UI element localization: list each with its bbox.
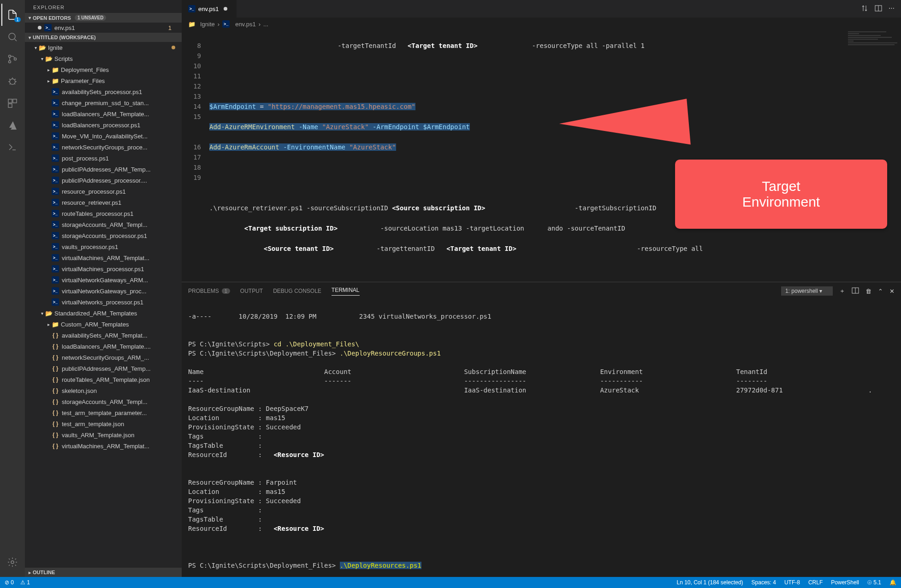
tree-row[interactable]: >_networkSecurityGroups_proce...	[25, 142, 182, 153]
tree-row[interactable]: >_change_premium_ssd_to_stan...	[25, 97, 182, 108]
status-eol[interactable]: CRLF	[808, 579, 823, 586]
tree-row[interactable]: ▾📂Ignite	[25, 42, 182, 53]
tree-label: storageAccounts_ARM_Templ...	[62, 398, 148, 405]
status-extension[interactable]: ⦾ 5.1	[867, 579, 881, 586]
tree-row[interactable]: >_storageAccounts_ARM_Templ...	[25, 219, 182, 230]
tree-row[interactable]: >_post_process.ps1	[25, 153, 182, 164]
folder-icon: 📁	[52, 66, 59, 73]
tree-row[interactable]: { }virtualMachines_ARM_Templat...	[25, 440, 182, 451]
tab-output[interactable]: OUTPUT	[240, 288, 263, 294]
tree-row[interactable]: >_routeTables_processor.ps1	[25, 208, 182, 219]
svg-rect-7	[8, 104, 12, 107]
tree-row[interactable]: >_resource_retriever.ps1	[25, 197, 182, 208]
chevron-right-icon: ▸	[29, 570, 31, 575]
tree-row[interactable]: >_publicIPAddresses_processor....	[25, 175, 182, 186]
close-panel-icon[interactable]: ✕	[889, 288, 895, 295]
tree-row[interactable]: { }routeTables_ARM_Template.json	[25, 374, 182, 385]
tree-label: publicIPAddresses_ARM_Temp...	[62, 166, 151, 173]
tree-row[interactable]: >_resource_processor.ps1	[25, 186, 182, 197]
open-editor-item[interactable]: >_ env.ps1 1	[25, 23, 182, 33]
new-terminal-icon[interactable]: ＋	[839, 287, 845, 295]
bottom-panel: PROBLEMS 1 OUTPUT DEBUG CONSOLE TERMINAL…	[182, 282, 901, 577]
powershell-file-icon: >_	[52, 232, 59, 239]
tree-row[interactable]: >_loadBalancers_ARM_Template...	[25, 108, 182, 119]
tree-row[interactable]: ▾📂Standardized_ARM_Templates	[25, 308, 182, 319]
tree-label: skeleton.json	[62, 387, 97, 394]
tree-label: networkSecurityGroups_ARM_...	[62, 354, 149, 361]
powershell-file-icon: >_	[52, 132, 59, 140]
tree-row[interactable]: ▸📁Deployment_Files	[25, 64, 182, 75]
status-warnings[interactable]: ⚠ 1	[20, 579, 30, 586]
powershell-file-icon: >_	[52, 287, 59, 295]
tab-problems[interactable]: PROBLEMS 1	[188, 288, 230, 294]
activity-bar: 1	[0, 0, 25, 577]
status-spaces[interactable]: Spaces: 4	[752, 579, 776, 586]
tree-row[interactable]: >_storageAccounts_processor.ps1	[25, 230, 182, 241]
code-area[interactable]: -targetTenantId <Target tenant ID> -reso…	[209, 30, 901, 282]
tree-row[interactable]: >_virtualMachines_processor.ps1	[25, 263, 182, 274]
tree-row[interactable]: { }loadBalancers_ARM_Template....	[25, 341, 182, 352]
tree-row[interactable]: >_virtualNetworkGateways_ARM...	[25, 274, 182, 285]
tree-row[interactable]: ▸📁Custom_ARM_Templates	[25, 319, 182, 330]
powershell-file-icon: >_	[52, 199, 59, 206]
file-tree[interactable]: ▾📂Ignite▾📂Scripts▸📁Deployment_Files▸📁Par…	[25, 42, 182, 568]
tree-row[interactable]: >_virtualNetworkGateways_proc...	[25, 285, 182, 297]
activity-settings[interactable]	[1, 551, 24, 573]
terminal-output[interactable]: -a---- 10/28/2019 12:09 PM 2345 virtualN…	[182, 300, 901, 577]
powershell-file-icon: >_	[52, 221, 59, 228]
maximize-panel-icon[interactable]: ⌃	[878, 288, 883, 295]
powershell-file-icon: >_	[52, 88, 59, 95]
kill-terminal-icon[interactable]: 🗑	[865, 288, 871, 295]
tree-row[interactable]: { }networkSecurityGroups_ARM_...	[25, 352, 182, 363]
activity-scm[interactable]	[1, 48, 24, 70]
tree-row[interactable]: { }storageAccounts_ARM_Templ...	[25, 396, 182, 407]
activity-azure[interactable]	[1, 114, 24, 137]
tree-row[interactable]: >_publicIPAddresses_ARM_Temp...	[25, 164, 182, 175]
outline-header[interactable]: ▸ OUTLINE	[25, 568, 182, 577]
tree-label: Scripts	[54, 55, 73, 62]
activity-extensions[interactable]	[1, 92, 24, 114]
tree-row[interactable]: >_virtualMachines_ARM_Templat...	[25, 252, 182, 263]
status-errors[interactable]: ⊘ 0	[5, 579, 14, 586]
split-terminal-icon[interactable]	[852, 287, 859, 296]
activity-powershell[interactable]	[1, 137, 24, 159]
status-encoding[interactable]: UTF-8	[784, 579, 800, 586]
tree-row[interactable]: >_vaults_processor.ps1	[25, 241, 182, 252]
tree-row[interactable]: >_availabilitySets_processor.ps1	[25, 86, 182, 97]
minimap[interactable]	[846, 30, 901, 282]
tree-row[interactable]: >_loadBalancers_processor.ps1	[25, 119, 182, 131]
tree-row[interactable]: { }test_arm_template_parameter...	[25, 407, 182, 418]
line-gutter: 8910111213141516171819	[182, 30, 209, 282]
tree-label: post_process.ps1	[62, 155, 109, 162]
tree-label: vaults_ARM_Template.json	[62, 432, 135, 439]
status-language[interactable]: PowerShell	[831, 579, 859, 586]
tree-row[interactable]: { }test_arm_template.json	[25, 418, 182, 429]
activity-search[interactable]	[1, 26, 24, 48]
terminal-select[interactable]: 1: powershell ▾	[781, 286, 833, 296]
tab-debug-console[interactable]: DEBUG CONSOLE	[273, 288, 321, 294]
compare-icon[interactable]	[861, 5, 868, 13]
tree-row[interactable]: { }skeleton.json	[25, 385, 182, 396]
more-icon[interactable]: ⋯	[889, 5, 895, 13]
activity-debug[interactable]	[1, 70, 24, 92]
editor-body[interactable]: 8910111213141516171819 -targetTenantId <…	[182, 30, 901, 282]
workspace-header[interactable]: ▾ UNTITLED (WORKSPACE)	[25, 33, 182, 42]
editor-column: >_ env.ps1 ⋯ 📁 Ignite › >_ env.ps1 › ...	[182, 0, 901, 577]
breadcrumb[interactable]: 📁 Ignite › >_ env.ps1 › ...	[182, 18, 901, 30]
powershell-file-icon: >_	[52, 143, 59, 151]
tree-row[interactable]: { }availabilitySets_ARM_Templat...	[25, 330, 182, 341]
open-editors-header[interactable]: ▾ OPEN EDITORS 1 UNSAVED	[25, 13, 182, 23]
split-editor-icon[interactable]	[875, 5, 882, 13]
tab-env-ps1[interactable]: >_ env.ps1	[182, 0, 237, 18]
activity-explorer[interactable]: 1	[1, 4, 24, 26]
status-bell-icon[interactable]: 🔔	[889, 579, 896, 586]
tree-row[interactable]: { }vaults_ARM_Template.json	[25, 429, 182, 440]
tree-row[interactable]: { }publicIPAddresses_ARM_Temp...	[25, 363, 182, 374]
tree-row[interactable]: >_Move_VM_Into_AvailabilitySet...	[25, 131, 182, 142]
tab-terminal[interactable]: TERMINAL	[332, 287, 360, 296]
tree-row[interactable]: ▾📂Scripts	[25, 53, 182, 64]
tree-row[interactable]: >_virtualNetworks_processor.ps1	[25, 297, 182, 308]
tree-row[interactable]: ▸📁Parameter_Files	[25, 75, 182, 86]
status-cursor[interactable]: Ln 10, Col 1 (184 selected)	[676, 579, 743, 586]
powershell-file-icon: >_	[222, 20, 230, 28]
